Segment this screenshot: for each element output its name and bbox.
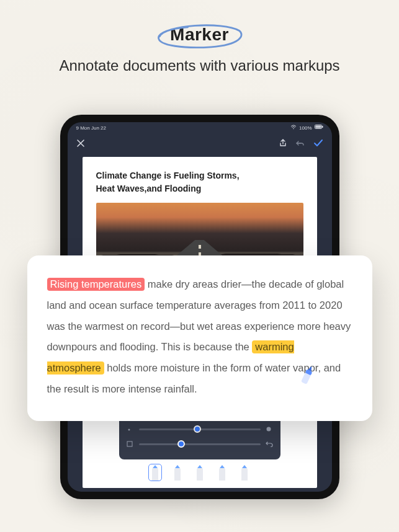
status-bar: 9 Mon Jun 22 100% xyxy=(68,122,332,133)
opacity-low-icon xyxy=(127,438,134,450)
pen-selector-row xyxy=(119,464,280,481)
size-slider-row xyxy=(127,423,273,435)
annotated-text-card: Rising temperatures make dry areas drier… xyxy=(27,255,372,421)
marker-title-text: Marker xyxy=(170,25,229,44)
size-small-icon xyxy=(127,423,134,435)
svg-point-5 xyxy=(266,427,271,432)
close-icon[interactable] xyxy=(76,139,85,148)
share-icon[interactable] xyxy=(279,139,287,148)
pen-tool-1[interactable] xyxy=(149,464,161,481)
confirm-check-icon[interactable] xyxy=(313,139,323,148)
pen-tool-2[interactable] xyxy=(171,464,184,481)
app-toolbar xyxy=(68,133,332,153)
svg-point-4 xyxy=(128,429,130,431)
pen-tool-5[interactable] xyxy=(238,464,251,481)
size-large-icon xyxy=(266,423,273,435)
svg-rect-3 xyxy=(322,126,323,128)
document-title: Climate Change is Fueling Storms, Heat W… xyxy=(96,169,303,195)
svg-rect-6 xyxy=(127,441,132,446)
svg-point-0 xyxy=(293,128,294,130)
status-time: 9 Mon Jun 22 xyxy=(76,125,106,131)
undo-icon[interactable] xyxy=(296,139,305,148)
marker-title: Marker xyxy=(164,24,235,46)
marketing-header: Marker Annotate documents with various m… xyxy=(0,0,399,74)
pen-tool-3[interactable] xyxy=(194,464,206,481)
size-slider[interactable] xyxy=(139,428,261,430)
subtitle: Annotate documents with various markups xyxy=(0,57,399,74)
opacity-slider-row xyxy=(127,438,273,450)
document-title-line2: Heat Waves,and Flooding xyxy=(96,182,303,195)
opacity-slider[interactable] xyxy=(139,443,261,445)
highlight-pink[interactable]: Rising temperatures xyxy=(47,278,145,291)
pen-tool-4[interactable] xyxy=(216,464,228,481)
wifi-icon xyxy=(290,125,297,131)
battery-text: 100% xyxy=(299,125,312,131)
battery-icon xyxy=(315,125,323,131)
svg-rect-2 xyxy=(315,126,321,128)
reset-icon[interactable] xyxy=(266,438,273,450)
document-title-line1: Climate Change is Fueling Storms, xyxy=(96,169,303,182)
